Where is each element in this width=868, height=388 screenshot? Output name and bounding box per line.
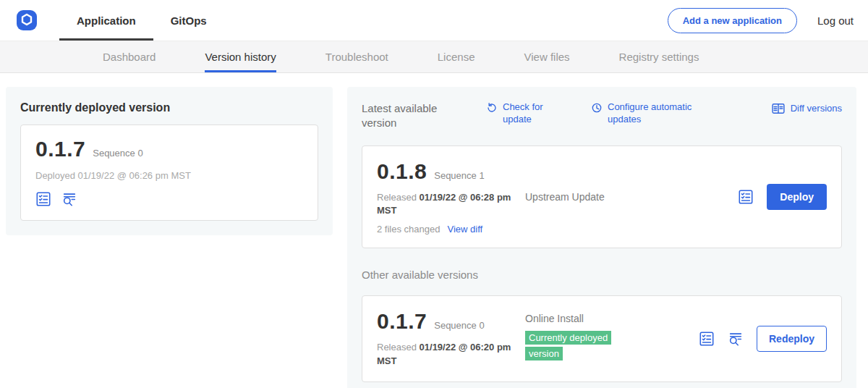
check-for-update-action[interactable]: Check for update [486,101,548,126]
app-logo-icon[interactable] [16,9,38,31]
version-card-left: 0.1.7 Sequence 0 Released 01/19/22 @ 06:… [377,309,525,368]
diff-search-icon[interactable] [728,331,744,347]
version-card-actions: Redeploy [699,326,827,352]
deployed-version-card: 0.1.7 Sequence 0 Deployed 01/19/22 @ 06:… [20,125,318,221]
top-tabs: Application GitOps [59,0,224,41]
diff-search-icon[interactable] [61,191,77,207]
other-version-number: 0.1.7 [377,309,427,334]
latest-version-number: 0.1.8 [377,159,427,184]
released-label: Released [377,192,417,203]
version-row: 0.1.7 Sequence 0 [35,137,303,161]
version-source-label: Upstream Update [525,191,738,203]
app-subnav: Dashboard Version history Troubleshoot L… [0,41,868,73]
subnav-item-version-history[interactable]: Version history [205,41,276,72]
version-source-label: Online Install [525,313,699,324]
released-timestamp: Released 01/19/22 @ 06:28 pm MST [377,191,514,219]
version-card-middle: Online Install Currently deployed versio… [525,309,699,362]
diff-versions-icon [771,101,786,116]
subnav-item-license[interactable]: License [438,41,475,72]
version-row: 0.1.8 Sequence 1 [377,159,525,184]
version-row: 0.1.7 Sequence 0 [377,309,525,334]
refresh-icon [486,102,498,114]
other-sequence-label: Sequence 0 [434,320,484,331]
deployed-timestamp: Deployed 01/19/22 @ 06:26 pm MST [35,170,303,181]
subnav-item-dashboard[interactable]: Dashboard [103,41,156,72]
release-notes-icon[interactable] [699,331,715,347]
latest-version-card: 0.1.8 Sequence 1 Released 01/19/22 @ 06:… [362,146,842,249]
release-notes-icon[interactable] [35,191,51,207]
schedule-clock-icon [591,102,603,114]
view-diff-link[interactable]: View diff [447,224,482,235]
diff-versions-label: Diff versions [791,103,842,115]
deploy-button[interactable]: Deploy [767,184,827,210]
latest-sequence-label: Sequence 1 [434,170,484,181]
tab-application[interactable]: Application [59,0,153,41]
files-changed-label: 2 files changed [377,224,440,235]
released-label: Released [377,342,417,353]
redeploy-button[interactable]: Redeploy [757,326,827,352]
currently-deployed-panel: Currently deployed version 0.1.7 Sequenc… [6,87,333,235]
deployed-icon-row [35,191,303,207]
top-navbar: Application GitOps Add a new application… [0,0,868,41]
version-card-left: 0.1.8 Sequence 1 Released 01/19/22 @ 06:… [377,159,525,235]
latest-available-title: Latest available version [362,101,457,131]
diff-versions-action[interactable]: Diff versions [771,101,842,116]
deployed-version-number: 0.1.7 [35,137,85,161]
main-content: Currently deployed version 0.1.7 Sequenc… [0,73,868,388]
currently-deployed-title: Currently deployed version [20,101,318,114]
deployed-sequence-label: Sequence 0 [93,148,142,159]
configure-updates-action[interactable]: Configure automatic updates [591,101,703,126]
version-card-actions: Deploy [738,184,827,210]
latest-available-panel: Latest available version Check for updat… [347,87,856,388]
released-timestamp: Released 01/19/22 @ 06:20 pm MST [377,341,514,368]
tab-application-label: Application [77,14,136,27]
add-application-button[interactable]: Add a new application [668,8,797,33]
logout-link[interactable]: Log out [817,14,854,27]
other-versions-title: Other available versions [362,269,842,281]
subnav-item-view-files[interactable]: View files [524,41,569,72]
latest-header: Latest available version Check for updat… [362,101,842,131]
release-notes-icon[interactable] [738,189,754,205]
files-changed-row: 2 files changed View diff [377,224,525,235]
deployed-badge-wrap: Currently deployed version [525,330,641,362]
other-version-card: 0.1.7 Sequence 0 Released 01/19/22 @ 06:… [362,295,842,382]
tab-gitops-label: GitOps [171,14,207,27]
subnav-item-troubleshoot[interactable]: Troubleshoot [326,41,388,72]
currently-deployed-badge: Currently deployed version [525,331,611,360]
top-right-actions: Add a new application Log out [668,8,854,33]
subnav-item-registry-settings[interactable]: Registry settings [619,41,699,72]
tab-gitops[interactable]: GitOps [153,0,224,41]
check-for-update-label: Check for update [503,101,548,126]
configure-updates-label: Configure automatic updates [608,101,703,126]
